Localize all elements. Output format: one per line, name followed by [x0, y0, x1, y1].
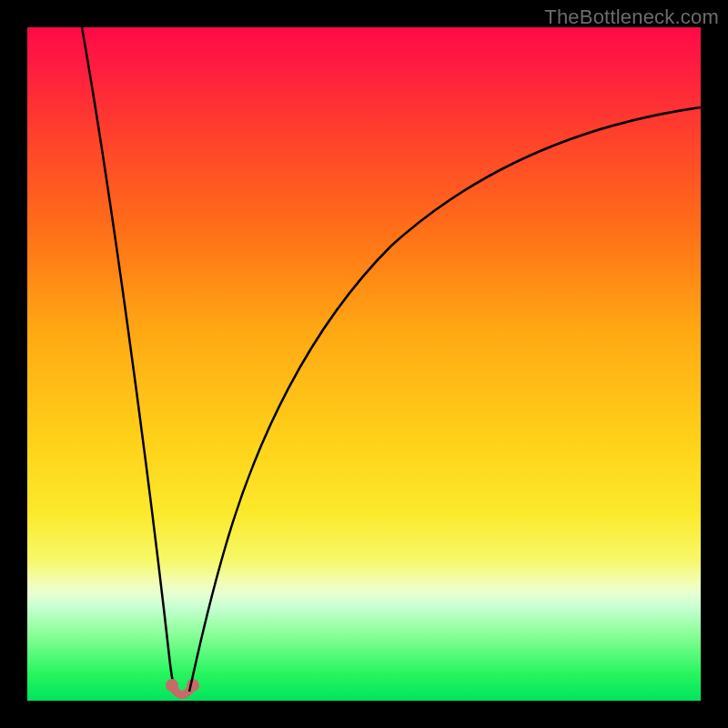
- plot-area: [27, 27, 701, 701]
- marker-left: [166, 679, 178, 692]
- watermark-text: TheBottleneck.com: [544, 5, 719, 29]
- curve-right-branch: [189, 107, 701, 692]
- curve-left-branch: [82, 27, 176, 692]
- bottleneck-curve: [27, 27, 701, 701]
- marker-right: [187, 679, 199, 692]
- chart-frame: TheBottleneck.com: [0, 0, 728, 728]
